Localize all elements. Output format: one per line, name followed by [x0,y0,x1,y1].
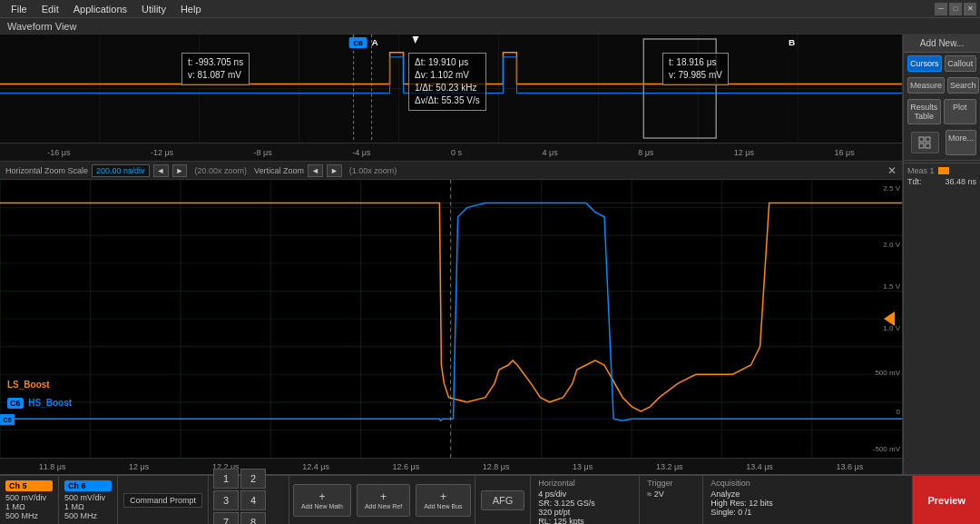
acq-title: Acquisition [710,479,905,488]
ch5-section[interactable]: Ch 5 500 mV/div 1 MΩ 500 MHz [0,476,59,524]
horizontal-section[interactable]: Horizontal 4 ps/div SR: 3.125 GS/s 320 p… [531,476,640,524]
num-btn-7[interactable]: 7 [213,512,239,525]
menu-edit[interactable]: Edit [34,2,66,16]
trigger-title: Trigger [647,479,695,488]
main-waveform[interactable]: C6 LS_Boost C6 HS_Boost 2.5 V 2.0 V 1.5 … [0,180,902,458]
num-btn-4[interactable]: 4 [240,490,266,510]
zoom-increase-btn[interactable]: ► [172,164,188,177]
time-label-4: 0 s [451,148,462,157]
time-label-7: 12 μs [734,148,754,157]
win-close[interactable]: ✕ [964,3,976,15]
time-label-3: -4 μs [352,148,370,157]
num-btn-2[interactable]: 2 [240,469,266,489]
meas-tdt-value: 36.48 ns [945,177,976,186]
main-time-6: 13 μs [573,462,593,471]
main-time-7: 13.2 μs [656,462,683,471]
plot-btn[interactable]: Plot [944,99,977,124]
win-minimize[interactable]: ─ [935,3,947,15]
trigger-arrow[interactable] [884,311,895,326]
acq-single: Single: 0 /1 [710,508,905,517]
icon-btn-left[interactable] [911,132,939,153]
svg-rect-45 [926,143,930,148]
menu-file[interactable]: File [4,2,34,16]
meas-tdt-label: Tdt: [907,177,922,186]
svg-text:C6: C6 [353,39,363,47]
y-label-1-5v: 1.5 V [883,282,900,291]
window-title: Waveform View [7,21,76,32]
hs-boost-label: C6 HS_Boost [7,398,72,408]
search-btn[interactable]: Search [947,77,979,94]
main-time-axis: 11.8 μs 12 μs 12.2 μs 12.4 μs 12.6 μs 12… [0,458,902,474]
horiz-ptdepth: 320 pt/pt [538,508,632,517]
time-label-1: -12 μs [151,148,173,157]
cursor-left-t: t: -993.705 ns [188,56,243,69]
menu-help[interactable]: Help [173,2,209,16]
vert-zoom-decrease-btn[interactable]: ◄ [308,164,323,177]
vert-zoom-increase-btn[interactable]: ► [327,164,342,177]
add-new-bar[interactable]: Add New... [904,35,980,53]
num-btn-1[interactable]: 1 [213,469,239,489]
ls-boost-label: LS_Boost [7,380,50,390]
main-layout: C6 A B t: -993.705 ns v: 81.087 mV Δt: 1… [0,35,980,474]
horiz-zoom-value[interactable]: 200.00 ns/div [92,164,150,177]
menu-applications[interactable]: Applications [66,2,134,16]
cursor-mid-dvdt: Δv/Δt: 55.35 V/s [415,94,480,107]
zoom-close-btn[interactable]: ✕ [887,164,897,177]
cursor-right-v: v: 79.985 mV [669,69,722,82]
cursor-right-t: t: 18.916 μs [669,56,722,69]
horiz-rl: RL: 125 kpts [538,517,632,524]
svg-text:A: A [372,37,378,47]
ch6-line1: 500 mV/div [64,493,112,502]
add-math-btn[interactable]: + Add New Math [293,484,351,517]
horiz-gsa: SR: 3.125 GS/s [538,499,632,508]
more-btn[interactable]: More... [946,130,976,155]
acquisition-section[interactable]: Acquisition Analyze High Res: 12 bits Si… [703,476,913,524]
add-bus-btn[interactable]: + Add New Bus [416,484,470,517]
time-label-2: -8 μs [254,148,272,157]
statusbar: Ch 5 500 mV/div 1 MΩ 500 MHz Ch 6 500 mV… [0,474,980,524]
cursor-right-box: t: 18.916 μs v: 79.985 mV [662,53,729,85]
cursor-mid-dt: Δt: 19.910 μs [415,56,480,69]
num-btn-3[interactable]: 3 [213,490,239,510]
trigger-section[interactable]: Trigger ≈ 2V [640,476,703,524]
main-time-3: 12.4 μs [302,462,329,471]
y-label-0: 0 [897,408,900,416]
num-buttons-group: 1 2 3 4 7 8 [212,468,285,525]
menu-utility[interactable]: Utility [134,2,173,16]
titlebar: Waveform View [0,18,980,35]
svg-rect-44 [919,143,924,148]
num-btn-8[interactable]: 8 [240,512,266,525]
overview-waveform[interactable]: C6 A B t: -993.705 ns v: 81.087 mV Δt: 1… [0,35,902,143]
cursors-btn[interactable]: Cursors [907,55,942,72]
win-maximize[interactable]: □ [949,3,962,15]
measure-btn[interactable]: Measure [907,77,945,94]
results-table-btn[interactable]: Results Table [907,99,941,124]
waveform-container: C6 A B t: -993.705 ns v: 81.087 mV Δt: 1… [0,35,903,474]
add-ref-btn[interactable]: + Add New Ref [357,484,410,517]
callout-btn[interactable]: Callout [945,55,976,72]
command-prompt[interactable]: Command Prompt [123,493,202,508]
ch6-section[interactable]: Ch 6 500 mV/div 1 MΩ 500 MHz [59,476,118,524]
trigger-value: ≈ 2V [647,489,695,499]
time-label-8: 16 μs [835,148,855,157]
main-time-8: 13.4 μs [746,462,773,471]
ch6-line3: 500 MHz [64,511,112,520]
afg-btn[interactable]: AFG [481,490,525,510]
preview-btn[interactable]: Preview [913,476,980,524]
acq-hr: High Res: 12 bits [710,499,905,508]
main-time-4: 12.6 μs [392,462,419,471]
time-label-6: 8 μs [638,148,653,157]
cursor-left-box: t: -993.705 ns v: 81.087 mV [181,53,250,85]
y-label-neg500mv: -500 mV [873,445,900,453]
cursor-left-v: v: 81.087 mV [188,69,243,82]
time-label-0: -16 μs [47,148,70,157]
right-panel: Add New... Cursors Callout Measure Searc… [903,35,980,474]
horiz-sr-label: 4 ps/div [538,489,632,499]
svg-rect-42 [919,137,924,142]
ch6-line2: 1 MΩ [64,502,112,511]
meas-label: Meas 1 [907,166,935,175]
zoom-decrease-btn[interactable]: ◄ [153,164,169,177]
svg-text:B: B [789,37,795,47]
time-label-5: 4 μs [542,148,557,157]
y-label-500mv: 500 mV [875,369,900,377]
